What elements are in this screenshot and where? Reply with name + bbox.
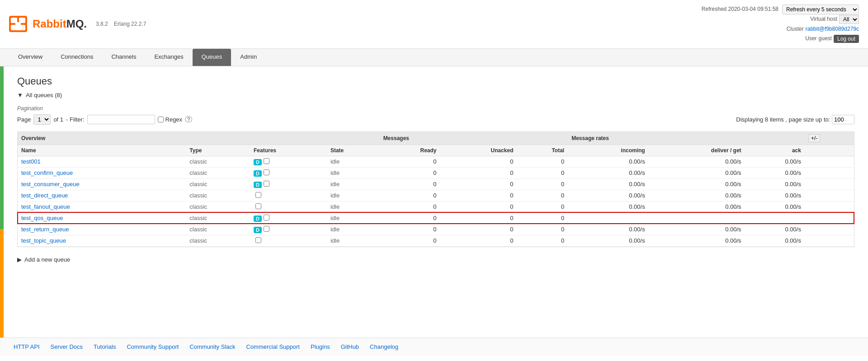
- queue-features: [250, 201, 327, 212]
- logo-text: RabbitMQ.: [33, 18, 87, 30]
- durable-badge: D: [254, 227, 262, 233]
- queue-name-link[interactable]: test_confirm_queue: [21, 169, 73, 176]
- table-row[interactable]: test_qos_queueclassicDidle000: [18, 212, 854, 224]
- queue-ack: 0.00/s: [745, 201, 805, 212]
- filter-input[interactable]: [87, 115, 155, 124]
- queue-incoming: 0.00/s: [568, 167, 648, 178]
- help-icon[interactable]: ?: [185, 116, 192, 122]
- cluster-link[interactable]: rabbit@f9b8089d279c: [806, 24, 859, 34]
- nav-item-overview[interactable]: Overview: [9, 49, 52, 66]
- nav-item-queues[interactable]: Queues: [193, 49, 231, 66]
- version-info: 3.8.2 Erlang 22.2.7: [96, 21, 146, 27]
- page-select[interactable]: 1: [33, 114, 51, 125]
- footer-link-community-support[interactable]: Community Support: [127, 343, 179, 350]
- group-overview: Overview: [18, 132, 380, 145]
- footer-link-server-docs[interactable]: Server Docs: [51, 343, 83, 350]
- group-header-row: Overview Messages Message rates +/-: [18, 132, 854, 145]
- queue-incoming: 0.00/s: [568, 156, 648, 167]
- queue-deliver-get: 0.00/s: [649, 190, 745, 201]
- footer-link-plugins[interactable]: Plugins: [311, 343, 330, 350]
- table-row[interactable]: test_return_queueclassicDidle0000.00/s0.…: [18, 224, 854, 235]
- footer-link-tutorials[interactable]: Tutorials: [94, 343, 116, 350]
- table-row[interactable]: test_fanout_queueclassicidle0000.00/s0.0…: [18, 201, 854, 212]
- queue-deliver-get: 0.00/s: [649, 201, 745, 212]
- pagination-label: Pagination: [17, 105, 854, 112]
- queue-type: classic: [186, 212, 250, 224]
- queue-name-link[interactable]: test_fanout_queue: [21, 203, 70, 210]
- displaying-label: Displaying 8 items , page size up to:: [736, 116, 830, 123]
- queue-ready: 0: [380, 167, 440, 178]
- footer-link-github[interactable]: GitHub: [341, 343, 359, 350]
- queue-name-link[interactable]: test_consumer_queue: [21, 181, 80, 188]
- queue-unacked: 0: [440, 190, 517, 201]
- queue-type: classic: [186, 178, 250, 190]
- of-label: of 1: [53, 116, 63, 123]
- queue-unacked: 0: [440, 156, 517, 167]
- erlang-version: Erlang 22.2.7: [114, 21, 146, 27]
- queue-incoming: 0.00/s: [568, 190, 648, 201]
- queue-ack: [745, 212, 805, 224]
- table-row[interactable]: test001classicDidle0000.00/s0.00/s0.00/s: [18, 156, 854, 167]
- table-row[interactable]: test_consumer_queueclassicDidle0000.00/s…: [18, 178, 854, 190]
- main-nav: Overview Connections Channels Exchanges …: [0, 49, 868, 66]
- queue-ready: 0: [380, 156, 440, 167]
- queues-tbody: test001classicDidle0000.00/s0.00/s0.00/s…: [18, 156, 854, 246]
- plus-minus-button[interactable]: +/-: [808, 134, 820, 142]
- page-size-input[interactable]: [832, 115, 854, 124]
- queue-name-link[interactable]: test_direct_queue: [21, 192, 68, 199]
- feature-checkbox[interactable]: [264, 181, 269, 187]
- footer-link-http-api[interactable]: HTTP API: [14, 343, 40, 350]
- queue-total: 0: [517, 178, 568, 190]
- queue-deliver-get: 0.00/s: [649, 235, 745, 246]
- queue-type: classic: [186, 167, 250, 178]
- queue-ack: 0.00/s: [745, 224, 805, 235]
- feature-checkbox[interactable]: [255, 237, 261, 243]
- nav-item-admin[interactable]: Admin: [231, 49, 266, 66]
- footer-link-changelog[interactable]: Changelog: [370, 343, 398, 350]
- queue-incoming: [568, 212, 648, 224]
- queue-state: idle: [327, 190, 380, 201]
- nav-item-exchanges[interactable]: Exchanges: [145, 49, 192, 66]
- queue-name-link[interactable]: test_qos_queue: [21, 215, 63, 221]
- queue-ready: 0: [380, 178, 440, 190]
- queue-features: D: [250, 156, 327, 167]
- feature-checkbox[interactable]: [264, 226, 269, 232]
- table-row[interactable]: test_confirm_queueclassicDidle0000.00/s0…: [18, 167, 854, 178]
- feature-checkbox[interactable]: [264, 215, 269, 220]
- column-header-row: Name Type Features State Ready Unacked T…: [18, 145, 854, 156]
- queue-ack: 0.00/s: [745, 190, 805, 201]
- feature-checkbox[interactable]: [264, 158, 269, 164]
- queue-state: idle: [327, 212, 380, 224]
- queue-unacked: 0: [440, 224, 517, 235]
- refresh-select[interactable]: Refresh every 5 seconds Refresh every 10…: [782, 5, 859, 14]
- table-row[interactable]: test_direct_queueclassicidle0000.00/s0.0…: [18, 190, 854, 201]
- vhost-select[interactable]: All: [839, 15, 859, 24]
- pagination-section: Pagination Page 1 of 1 - Filter: Regex ?: [17, 105, 854, 125]
- feature-checkbox[interactable]: [264, 169, 269, 175]
- footer-link-commercial-support[interactable]: Commercial Support: [246, 343, 300, 350]
- nav-item-connections[interactable]: Connections: [52, 49, 102, 66]
- col-unacked: Unacked: [440, 145, 517, 156]
- header-right: Refreshed 2020-03-04 09:51:58 Refresh ev…: [702, 5, 859, 44]
- queue-ack: 0.00/s: [745, 178, 805, 190]
- section-arrow-icon: ▼: [17, 92, 23, 98]
- queue-ack: 0.00/s: [745, 156, 805, 167]
- logout-button[interactable]: Log out: [834, 35, 859, 43]
- nav-item-channels[interactable]: Channels: [102, 49, 145, 66]
- all-queues-section-header[interactable]: ▼ All queues (8): [17, 92, 854, 98]
- queue-features: D: [250, 178, 327, 190]
- add-queue-section[interactable]: ▶ Add a new queue: [17, 256, 854, 263]
- display-info: Displaying 8 items , page size up to:: [736, 115, 854, 124]
- refresh-bar: Refreshed 2020-03-04 09:51:58 Refresh ev…: [702, 5, 859, 14]
- footer-link-community-slack[interactable]: Community Slack: [189, 343, 235, 350]
- queue-name-link[interactable]: test001: [21, 158, 41, 165]
- queue-name-link[interactable]: test_topic_queue: [21, 237, 66, 244]
- queue-unacked: 0: [440, 235, 517, 246]
- table-row[interactable]: test_topic_queueclassicidle0000.00/s0.00…: [18, 235, 854, 246]
- feature-checkbox[interactable]: [255, 192, 261, 198]
- queue-name-link[interactable]: test_return_queue: [21, 226, 69, 233]
- feature-checkbox[interactable]: [255, 203, 261, 209]
- durable-badge: D: [254, 159, 262, 165]
- filter-label: - Filter:: [66, 116, 84, 123]
- regex-checkbox[interactable]: [158, 117, 164, 122]
